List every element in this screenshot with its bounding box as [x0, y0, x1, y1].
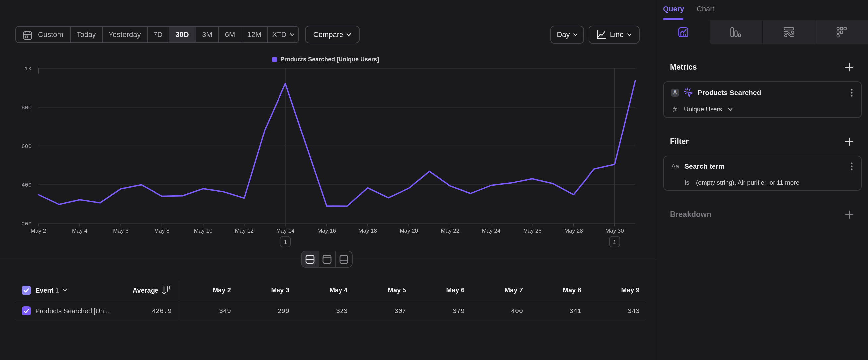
svg-text:May 28: May 28	[564, 228, 583, 234]
svg-text:May 2: May 2	[31, 228, 46, 234]
svg-text:May 22: May 22	[441, 228, 460, 234]
svg-text:May 16: May 16	[317, 228, 336, 234]
svg-text:May 6: May 6	[113, 228, 128, 234]
svg-text:1: 1	[613, 239, 616, 246]
svg-text:May 14: May 14	[276, 228, 295, 234]
svg-text:200: 200	[21, 221, 31, 227]
svg-text:May 20: May 20	[400, 228, 418, 234]
svg-text:May 10: May 10	[194, 228, 213, 234]
svg-text:May 4: May 4	[72, 228, 87, 234]
svg-text:400: 400	[21, 182, 31, 188]
svg-text:May 12: May 12	[235, 228, 254, 234]
svg-text:1: 1	[283, 239, 287, 246]
svg-text:May 30: May 30	[606, 228, 624, 234]
svg-text:May 18: May 18	[359, 228, 377, 234]
svg-text:May 24: May 24	[482, 228, 501, 234]
svg-text:May 26: May 26	[523, 228, 542, 234]
svg-text:600: 600	[21, 143, 31, 150]
svg-text:1K: 1K	[25, 66, 32, 72]
svg-text:800: 800	[21, 105, 31, 111]
svg-text:May 8: May 8	[154, 228, 169, 234]
